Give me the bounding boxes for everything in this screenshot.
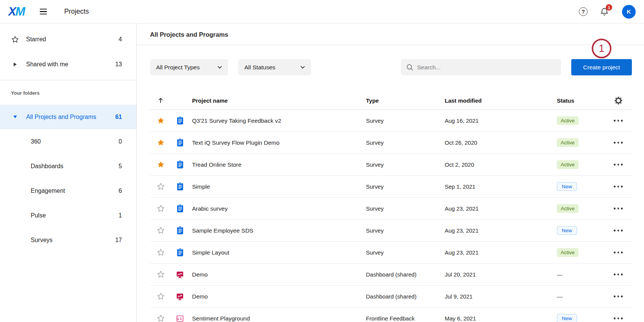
row-actions-ellipsis-button[interactable] [611, 117, 625, 125]
project-last-modified: Jul 20, 2021 [445, 271, 557, 278]
folder-count: 6 [119, 188, 122, 194]
survey-project-icon [171, 248, 189, 257]
table-row[interactable]: Sentiment PlaygroundFrontline FeedbackMa… [150, 308, 632, 322]
folder-count: 0 [119, 138, 122, 145]
row-actions-ellipsis-button[interactable] [611, 183, 625, 191]
main-content: All Projects and Programs All Project Ty… [137, 23, 644, 322]
caret-right-icon [11, 63, 19, 66]
survey-project-icon [171, 226, 189, 235]
project-last-modified: Jul 9, 2021 [445, 293, 557, 300]
sidebar-item-shared-with-me[interactable]: Shared with me 13 [0, 52, 136, 77]
create-project-button[interactable]: Create project [571, 59, 632, 75]
survey-project-icon [171, 160, 189, 169]
sidebar-folder-item[interactable]: 3600 [0, 129, 136, 154]
table-row[interactable]: Tread Online StoreSurveyOct 2, 2020Activ… [150, 154, 632, 176]
heading-divider [137, 45, 644, 45]
status-badge-active: Active [557, 204, 578, 213]
table-settings-gear-icon[interactable] [614, 96, 623, 105]
dashboard-project-icon [171, 292, 189, 301]
star-toggle-icon[interactable] [157, 139, 165, 147]
star-toggle-icon[interactable] [157, 292, 165, 300]
row-actions-ellipsis-button[interactable] [611, 249, 625, 256]
notifications-bell-icon[interactable]: 1 [600, 7, 609, 16]
status-none: — [557, 271, 563, 278]
page-title: Projects [64, 8, 89, 16]
star-toggle-icon[interactable] [157, 205, 165, 213]
sidebar-item-label: Shared with me [26, 61, 68, 68]
row-actions-ellipsis-button[interactable] [611, 139, 625, 147]
project-name-link[interactable]: Sample Employee SDS [189, 227, 366, 234]
project-last-modified: Aug 23, 2021 [445, 249, 557, 256]
notification-count-badge: 1 [606, 4, 612, 11]
user-avatar[interactable]: K [622, 5, 636, 19]
search-input[interactable] [417, 64, 556, 71]
search-box[interactable] [401, 59, 561, 75]
folder-count: 1 [119, 212, 122, 219]
folder-label: Engagement [31, 188, 65, 194]
project-name-link[interactable]: Sentiment Playground [189, 315, 366, 322]
row-actions-ellipsis-button[interactable] [611, 314, 625, 322]
sidebar-item-starred[interactable]: Starred 4 [0, 27, 136, 52]
star-toggle-icon[interactable] [157, 270, 165, 278]
table-row[interactable]: Arabic surveySurveyAug 23, 2021Active [150, 198, 632, 220]
table-row[interactable]: DemoDashboard (shared)Jul 9, 2021— [150, 286, 632, 308]
folder-label: Pulse [31, 212, 46, 219]
star-toggle-icon[interactable] [157, 183, 165, 191]
project-last-modified: Oct 26, 2020 [445, 139, 557, 146]
star-toggle-icon[interactable] [157, 249, 165, 256]
project-name-link[interactable]: Demo [189, 271, 366, 278]
sidebar-folder-item[interactable]: Pulse1 [0, 203, 136, 228]
sidebar-folder-item[interactable]: Dashboards5 [0, 154, 136, 178]
frontline-project-icon [171, 314, 189, 322]
row-actions-ellipsis-button[interactable] [611, 270, 625, 278]
folder-count: 17 [115, 237, 122, 244]
project-name-link[interactable]: Demo [189, 293, 366, 300]
project-type: Survey [366, 117, 445, 124]
project-name-link[interactable]: Q3'21 Survey Taking Feedback v2 [189, 117, 366, 124]
chevron-down-icon [217, 66, 222, 69]
project-name-link[interactable]: Simple Layout [189, 249, 366, 256]
table-row[interactable]: Text iQ Survey Flow Plugin DemoSurveyOct… [150, 132, 632, 154]
folder-label: Dashboards [31, 163, 63, 170]
folder-label: Surveys [31, 237, 53, 244]
row-actions-ellipsis-button[interactable] [611, 161, 625, 169]
sidebar-folder-item[interactable]: Engagement6 [0, 178, 136, 203]
row-actions-ellipsis-button[interactable] [611, 205, 625, 213]
project-name-link[interactable]: Tread Online Store [189, 161, 366, 168]
star-toggle-icon[interactable] [157, 227, 165, 234]
sort-ascending-icon[interactable] [157, 97, 164, 104]
project-name-link[interactable]: Simple [189, 183, 366, 190]
sidebar-folder-item[interactable]: Surveys17 [0, 228, 136, 252]
status-badge-active: Active [557, 248, 578, 257]
topbar: XM Projects ? 1 K [0, 0, 644, 23]
row-actions-ellipsis-button[interactable] [611, 292, 625, 300]
project-type: Survey [366, 227, 445, 234]
star-toggle-icon[interactable] [157, 117, 165, 125]
project-name-link[interactable]: Arabic survey [189, 205, 366, 212]
table-row[interactable]: SimpleSurveySep 1, 2021New [150, 176, 632, 198]
toolbar: All Project Types All Statuses Create pr… [150, 59, 632, 75]
project-last-modified: Aug 23, 2021 [445, 227, 557, 234]
folder-count: 61 [115, 114, 122, 120]
table-row[interactable]: Simple LayoutSurveyAug 23, 2021Active [150, 242, 632, 264]
sidebar: Starred 4 Shared with me 13 Your folders… [0, 23, 137, 322]
row-actions-ellipsis-button[interactable] [611, 227, 625, 234]
hamburger-menu-icon[interactable] [38, 7, 48, 16]
statuses-filter-dropdown[interactable]: All Statuses [238, 59, 311, 75]
table-row[interactable]: Sample Employee SDSSurveyAug 23, 2021New [150, 220, 632, 242]
status-badge-active: Active [557, 116, 578, 125]
project-name-link[interactable]: Text iQ Survey Flow Plugin Demo [189, 139, 366, 146]
project-last-modified: Aug 23, 2021 [445, 205, 557, 212]
filter-label: All Project Types [156, 64, 200, 71]
project-types-filter-dropdown[interactable]: All Project Types [150, 59, 228, 75]
table-row[interactable]: Q3'21 Survey Taking Feedback v2SurveyAug… [150, 110, 632, 132]
star-toggle-icon[interactable] [157, 161, 165, 169]
help-icon[interactable]: ? [579, 7, 588, 16]
sidebar-folder-item[interactable]: All Projects and Programs61 [0, 105, 136, 129]
project-type: Survey [366, 249, 445, 256]
table-row[interactable]: DemoDashboard (shared)Jul 20, 2021— [150, 264, 632, 286]
folder-label: All Projects and Programs [26, 114, 96, 120]
star-toggle-icon[interactable] [157, 314, 165, 322]
table-body: Q3'21 Survey Taking Feedback v2SurveyAug… [150, 110, 632, 322]
project-type: Survey [366, 161, 445, 168]
